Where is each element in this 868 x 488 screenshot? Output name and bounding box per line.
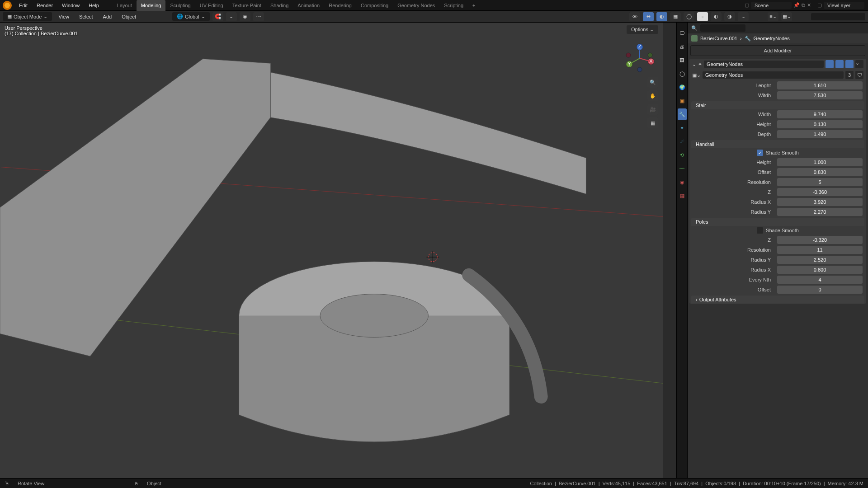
input-value[interactable]: 3.920: [777, 198, 863, 206]
axes-gizmo[interactable]: Z X Y: [624, 42, 656, 74]
menu-render[interactable]: Render: [32, 0, 57, 11]
shading-wire[interactable]: ◯: [684, 12, 694, 21]
tab-world[interactable]: 🌍: [678, 81, 687, 93]
ws-tab-sculpting[interactable]: Sculpting: [165, 0, 195, 11]
breadcrumb-object[interactable]: BezierCurve.001: [700, 36, 737, 41]
section-header[interactable]: Handrail: [691, 140, 864, 148]
modifier-name-field[interactable]: [704, 61, 824, 68]
input-value[interactable]: 11: [777, 246, 863, 254]
outliner-collapse-strip[interactable]: [663, 23, 676, 478]
header-add[interactable]: Add: [99, 14, 116, 19]
input-value[interactable]: 2.520: [777, 256, 863, 264]
ws-tab-geonodes[interactable]: Geometry Nodes: [393, 0, 439, 11]
input-value[interactable]: 0.800: [777, 266, 863, 274]
tab-data[interactable]: 〰: [678, 163, 687, 174]
perspective-icon[interactable]: ▦: [647, 117, 658, 128]
pan-icon[interactable]: ✋: [647, 90, 658, 101]
input-value[interactable]: 5: [777, 178, 863, 186]
header-view[interactable]: View: [55, 14, 73, 19]
tab-material[interactable]: ◉: [678, 176, 687, 188]
ws-tab-texture[interactable]: Texture Paint: [228, 0, 266, 11]
outliner-display-mode[interactable]: ≡⌄: [768, 12, 778, 21]
proportional-toggle[interactable]: ◉: [240, 12, 250, 21]
input-value[interactable]: 9.740: [777, 110, 863, 118]
mod-render-toggle[interactable]: [835, 60, 844, 68]
header-object[interactable]: Object: [118, 14, 140, 19]
input-value[interactable]: -0.320: [777, 236, 863, 244]
shading-solid[interactable]: ●: [697, 12, 708, 21]
input-value[interactable]: -0.360: [777, 188, 863, 196]
input-value[interactable]: 1.000: [777, 158, 863, 166]
section-header[interactable]: Stair: [691, 101, 864, 109]
properties-search[interactable]: [700, 24, 745, 32]
zoom-icon[interactable]: 🔍: [647, 77, 658, 88]
overlay-toggle[interactable]: ◐: [656, 12, 667, 21]
nodegroup-name-field[interactable]: [703, 71, 844, 79]
visibility-icon[interactable]: 👁: [629, 12, 640, 21]
snap-options[interactable]: ⌄: [226, 12, 237, 21]
xray-toggle[interactable]: ▦: [670, 12, 681, 21]
chevron-down-icon[interactable]: ⌄: [692, 61, 696, 67]
snap-toggle[interactable]: 🧲: [212, 12, 223, 21]
shading-rendered[interactable]: ◑: [724, 12, 735, 21]
orientation-dropdown[interactable]: 🌐 Global ⌄: [172, 12, 210, 21]
proportional-curve[interactable]: 〰: [253, 12, 264, 21]
ws-tab-shading[interactable]: Shading: [266, 0, 293, 11]
tab-particles[interactable]: ✦: [678, 122, 687, 134]
breadcrumb-modifier[interactable]: GeometryNodes: [754, 36, 790, 41]
output-attributes-header[interactable]: › Output Attributes: [691, 296, 864, 304]
ws-tab-animation[interactable]: Animation: [293, 0, 324, 11]
input-value[interactable]: 0: [777, 286, 863, 294]
tab-modifiers[interactable]: 🔧: [678, 108, 687, 120]
ws-tab-rendering[interactable]: Rendering: [324, 0, 356, 11]
input-value[interactable]: 1.610: [777, 81, 863, 89]
shading-matprev[interactable]: ◐: [711, 12, 722, 21]
tab-output[interactable]: 🖨: [678, 41, 687, 52]
tab-constraints[interactable]: ⟲: [678, 149, 687, 161]
ws-tab-add[interactable]: +: [468, 0, 480, 11]
mod-realtime-toggle[interactable]: [826, 60, 834, 68]
tab-render[interactable]: 🖵: [678, 27, 687, 39]
input-value[interactable]: 0.130: [777, 120, 863, 128]
tab-scene[interactable]: ◯: [678, 68, 687, 80]
nodegroup-fakeuser[interactable]: 🛡: [855, 71, 863, 79]
ws-tab-compositing[interactable]: Compositing: [356, 0, 393, 11]
ws-tab-layout[interactable]: Layout: [113, 0, 137, 11]
menu-edit[interactable]: Edit: [14, 0, 32, 11]
nodegroup-users[interactable]: 3: [845, 71, 854, 79]
shading-options[interactable]: ⌄: [738, 12, 749, 21]
tab-physics[interactable]: ☄: [678, 136, 687, 147]
tab-texture[interactable]: ▦: [678, 190, 687, 202]
gizmo-toggle[interactable]: ⬌: [643, 12, 654, 21]
ws-tab-modeling[interactable]: Modeling: [137, 0, 166, 11]
viewport-3d[interactable]: User Perspective (17) Collection | Bezie…: [0, 23, 663, 478]
pin-icon[interactable]: 📌: [793, 2, 800, 8]
shade-smooth-checkbox[interactable]: [757, 227, 763, 234]
input-value[interactable]: 0.830: [777, 168, 863, 176]
close-icon[interactable]: ✕: [807, 2, 811, 8]
menu-window[interactable]: Window: [57, 0, 84, 11]
ws-tab-scripting[interactable]: Scripting: [439, 0, 468, 11]
copy-icon[interactable]: ⧉: [802, 2, 805, 8]
input-value[interactable]: 1.490: [777, 130, 863, 138]
ws-tab-uv[interactable]: UV Editing: [195, 0, 228, 11]
camera-icon[interactable]: 🎥: [647, 104, 658, 115]
mod-extra-menu[interactable]: ⌄: [855, 60, 863, 68]
mode-dropdown[interactable]: ▦ Object Mode ⌄: [3, 12, 52, 21]
mod-edit-toggle[interactable]: [845, 60, 854, 68]
tab-viewlayer[interactable]: 🖼: [678, 54, 687, 66]
outliner-search[interactable]: [811, 13, 865, 20]
outliner-filter[interactable]: ▦⌄: [781, 12, 792, 21]
scene-name-field[interactable]: Scene: [751, 2, 792, 9]
menu-help[interactable]: Help: [84, 0, 104, 11]
input-value[interactable]: 4: [777, 276, 863, 284]
input-value[interactable]: 7.530: [777, 91, 863, 99]
section-header[interactable]: Poles: [691, 218, 864, 226]
add-modifier-button[interactable]: Add Modifier: [690, 45, 865, 56]
viewlayer-name-field[interactable]: ViewLayer: [824, 2, 864, 9]
tab-object[interactable]: ▣: [678, 95, 687, 107]
input-value[interactable]: 2.270: [777, 208, 863, 216]
header-select[interactable]: Select: [75, 14, 97, 19]
shade-smooth-checkbox[interactable]: [757, 150, 763, 156]
viewport-options-dropdown[interactable]: Options ⌄: [627, 25, 658, 34]
